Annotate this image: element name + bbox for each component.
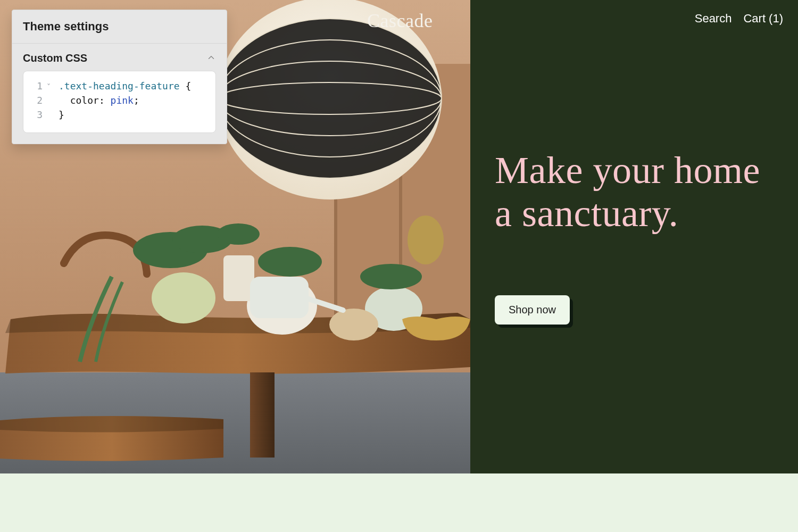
chevron-up-icon[interactable] xyxy=(206,53,216,64)
css-code-editor[interactable]: 1˅.text-heading-feature {2 color: pink;3… xyxy=(23,71,216,133)
svg-rect-21 xyxy=(250,277,309,318)
feature-heading: Make your home a sanctuary. xyxy=(495,149,782,235)
code-line[interactable]: 3} xyxy=(31,107,208,122)
svg-point-19 xyxy=(258,247,322,277)
shop-now-button[interactable]: Shop now xyxy=(495,295,570,325)
cart-link[interactable]: Cart (1) xyxy=(743,12,783,26)
line-number: 2 xyxy=(31,93,43,107)
nav-right: Search Cart (1) xyxy=(695,12,783,26)
svg-point-15 xyxy=(329,309,378,340)
cta-wrap: Shop now xyxy=(495,295,570,325)
theme-settings-panel: Theme settings Custom CSS 1˅.text-headin… xyxy=(12,10,227,144)
svg-point-20 xyxy=(360,264,422,289)
code-line[interactable]: 2 color: pink; xyxy=(31,93,208,107)
brand-logo[interactable]: Cascade xyxy=(367,10,433,32)
hero-right-panel xyxy=(470,0,798,473)
line-number: 3 xyxy=(31,107,43,122)
feature-heading-wrap: Make your home a sanctuary. xyxy=(495,149,782,235)
line-number: 1 xyxy=(31,79,43,93)
search-link[interactable]: Search xyxy=(695,12,732,26)
svg-point-11 xyxy=(152,272,215,323)
code-text[interactable]: } xyxy=(59,107,208,122)
section-title: Custom CSS xyxy=(23,52,87,64)
code-text[interactable]: color: pink; xyxy=(59,93,208,107)
bottom-strip xyxy=(0,473,798,532)
code-text[interactable]: .text-heading-feature { xyxy=(59,79,208,93)
svg-rect-14 xyxy=(223,255,254,301)
panel-title: Theme settings xyxy=(12,10,227,44)
svg-point-18 xyxy=(217,223,260,245)
fold-toggle-icon[interactable]: ˅ xyxy=(47,81,54,93)
panel-section-custom-css: Custom CSS 1˅.text-heading-feature {2 co… xyxy=(12,44,227,144)
svg-point-9 xyxy=(218,82,442,114)
section-header[interactable]: Custom CSS xyxy=(23,52,216,64)
code-line[interactable]: 1˅.text-heading-feature { xyxy=(31,79,208,93)
svg-rect-10 xyxy=(250,372,275,458)
